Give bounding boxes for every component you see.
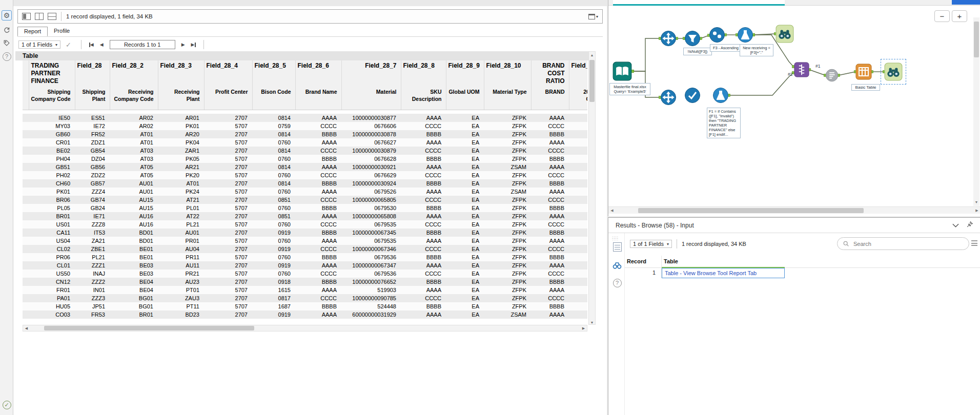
tool-arrange-top[interactable] [660,30,677,47]
browse-binoculars-icon[interactable] [611,260,623,271]
table-cell: BBBB [295,302,341,310]
workflow-canvas[interactable]: Masterfile final.xlsx Query= 'Example5' … [608,0,980,216]
last-record-button[interactable]: ▶ [191,42,196,47]
canvas-scroll-down-arrow[interactable]: ▼ [973,199,979,205]
scroll-left-arrow[interactable]: ◀ [23,325,30,331]
tool-input-data[interactable] [612,61,632,81]
table-cell: 5707 [204,204,252,212]
table-cell: EA [446,269,484,278]
drag-handle-dots[interactable]: :::::::: [612,236,619,240]
canvas-scroll-left-arrow[interactable]: ◀ [608,208,616,214]
table-cell: 10000000030878 [341,130,401,138]
canvas-vscroll-thumb[interactable] [974,22,979,57]
table-header-cell: Material [341,87,401,110]
table-cell: BE03 [110,269,158,278]
table-cell: ZFPK [484,196,531,204]
table-cell [23,130,29,138]
overview-grid-icon[interactable] [611,241,623,253]
canvas-scroll-right-arrow[interactable]: ▶ [973,208,980,214]
table-cell [569,188,587,196]
tool-browse-top[interactable] [775,25,794,43]
table-header-cell: Field_28_9 [446,60,484,87]
fields-dropdown[interactable]: 1 of 1 Fields▾ [18,40,60,49]
tag-icon[interactable] [2,38,12,48]
annotation-filter[interactable]: !IsNull([F3]) [683,48,712,55]
layout-vertical-split-icon[interactable] [35,13,44,20]
tool-formula-bottom[interactable] [712,87,729,103]
table-cell: PK01 [158,122,204,130]
tool-arrange-bottom[interactable] [660,89,677,106]
table-horizontal-scrollbar[interactable]: ◀ ▶ [23,325,587,331]
table-cell: PK24 [158,188,204,196]
canvas-horizontal-scrollbar[interactable]: ◀ ▶ [608,206,980,214]
table-cell: 10000000090785 [341,294,401,302]
window-options-icon[interactable]: ▾ [588,14,598,19]
table-cell: 10000000076652 [341,278,401,286]
tab-report[interactable]: Report [17,27,48,36]
table-cell: 10000000030879 [341,147,401,155]
scroll-right-arrow[interactable]: ▶ [580,325,587,331]
scroll-down-arrow[interactable]: ▼ [589,319,595,325]
results-help-icon[interactable]: ? [611,277,623,288]
table-cell: ZFPK [484,130,531,138]
hscroll-thumb[interactable] [44,326,254,330]
scroll-up-arrow[interactable]: ▲ [589,52,595,58]
layout-horizontal-split-icon[interactable] [48,13,56,20]
column-header-record[interactable]: Record [627,258,660,264]
zoom-in-button[interactable]: + [952,10,967,22]
search-input[interactable] [852,240,964,247]
table-header-cell: Field_28_5 [252,60,295,87]
table-cell: 0919 [252,310,295,319]
tool-unique[interactable] [684,87,701,103]
gear-icon[interactable]: ⚙ [2,10,12,20]
vscroll-thumb[interactable] [589,60,595,102]
table-cell: AAAA [295,237,341,245]
table-cell: ZSAM [484,163,531,171]
table-cell [23,138,29,147]
basic-table-label[interactable]: Basic Table [851,84,880,91]
annotation-formula-top[interactable]: New receiving = [F3]+"." [740,44,773,56]
tool-report-text[interactable] [825,69,839,82]
table-vertical-scrollbar[interactable]: ▲ ▼ [588,51,596,325]
search-box[interactable] [837,237,969,250]
table-cell [569,269,587,278]
canvas-vertical-scrollbar[interactable]: ▼ [973,17,979,206]
apply-check-icon[interactable]: ✓ [66,41,71,49]
first-record-button[interactable]: ◀ [89,42,94,47]
table-row: BR01IE71AU16AT2227070851AAAA100000000658… [23,212,587,220]
tool-browse-output[interactable] [884,63,903,81]
help-icon[interactable]: ? [2,51,12,61]
check-icon[interactable]: ✓ [2,400,12,410]
tool-filter[interactable] [684,30,701,47]
report-tab-link[interactable]: Table - View Browse Tool Report Tab [665,270,757,276]
results-row[interactable]: 1 Table - View Browse Tool Report Tab [625,268,980,278]
zoom-out-button[interactable]: − [934,10,950,22]
canvas-hscroll-thumb[interactable] [638,208,864,213]
annotation-sort[interactable]: F3 - Ascending [710,44,742,52]
refresh-icon[interactable] [2,25,12,35]
table-cell: AT01 [158,179,204,188]
table-cell [23,114,29,122]
tool-join[interactable] [794,62,809,77]
tool-sort[interactable] [709,27,725,43]
collapse-chevron-icon[interactable] [952,222,959,229]
tool-formula-top[interactable] [737,27,753,43]
layout-single-icon[interactable] [22,13,31,20]
results-status-text: 1 record displayed, 34 KB [682,241,746,247]
column-header-table[interactable]: Table [664,258,678,264]
tab-profile[interactable]: Profile [48,27,76,36]
selected-cell[interactable]: Table - View Browse Tool Report Tab [662,268,785,278]
pin-icon[interactable] [966,221,973,230]
annotation-formula-bottom[interactable]: F1 = if Contains ([F1], "Invalid") then … [707,108,741,138]
results-fields-dropdown[interactable]: 1 of 1 Fields▾ [630,240,672,248]
next-record-button[interactable]: ▶ [181,42,185,47]
records-range-box[interactable]: Records 1 to 1 [110,40,175,49]
tool-basic-table[interactable] [855,64,872,80]
annotation-input[interactable]: Masterfile final.xlsx Query= 'Example5' [609,83,650,95]
report-table-viewport[interactable]: TRADING PARTNER FINANCEField_28Field_28_… [23,60,587,324]
table-cell: FR53 [75,310,110,319]
table-cell: AU01 [110,188,158,196]
previous-record-button[interactable]: ◀ [100,42,104,47]
field-menu-icon[interactable] [971,240,977,246]
table-cell [23,188,29,196]
